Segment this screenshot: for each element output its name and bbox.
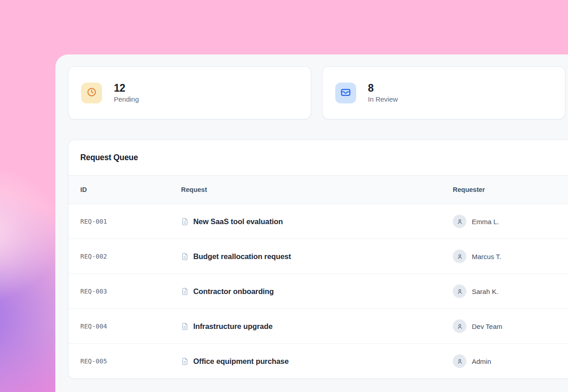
- requester-name: Marcus T.: [472, 253, 501, 260]
- table-row[interactable]: REQ-002 Budget reallocation request Marc…: [69, 239, 568, 274]
- table-row[interactable]: REQ-004 Infrastructure upgrade Dev Team: [69, 309, 568, 344]
- table-body: REQ-001 New SaaS tool evaluation Emma L.: [69, 204, 568, 378]
- stat-value: 12: [114, 83, 139, 94]
- request-id: REQ-002: [80, 253, 107, 260]
- stat-card[interactable]: 8 In Review: [322, 66, 565, 119]
- request-id: REQ-001: [80, 218, 107, 225]
- requester-name: Admin: [472, 358, 491, 365]
- request-id: REQ-003: [80, 288, 107, 295]
- file-text-icon: [181, 253, 189, 260]
- requester-name: Sarah K.: [472, 288, 498, 295]
- stats-row: 12 Pending 8 In Review: [68, 66, 565, 119]
- column-header-request: Request: [181, 186, 453, 193]
- avatar: [453, 319, 466, 333]
- table-header-row: ID Request Requester: [69, 176, 568, 204]
- table-row[interactable]: REQ-003 Contractor onboarding Sarah K.: [69, 274, 568, 309]
- file-text-icon: [181, 218, 189, 225]
- stat-card[interactable]: 12 Pending: [68, 66, 311, 119]
- stat-label: In Review: [368, 95, 398, 103]
- request-queue-card: Request Queue ID Request Requester REQ-0…: [68, 140, 568, 379]
- dashboard-panel: 12 Pending 8 In Review Request Queue ID …: [55, 54, 568, 392]
- requester-name: Emma L.: [472, 218, 499, 225]
- avatar: [453, 250, 466, 263]
- clock-icon: [86, 87, 97, 99]
- avatar: [453, 354, 466, 368]
- inbox-icon: [340, 86, 352, 100]
- request-title: Infrastructure upgrade: [193, 322, 273, 331]
- stat-value: 8: [368, 83, 398, 94]
- avatar: [453, 215, 466, 228]
- request-title: New SaaS tool evaluation: [193, 217, 283, 226]
- stat-icon-chip: [335, 83, 356, 103]
- file-text-icon: [181, 288, 189, 295]
- requester-name: Dev Team: [472, 323, 502, 330]
- request-id: REQ-004: [80, 323, 107, 330]
- request-title: Contractor onboarding: [193, 287, 274, 296]
- file-text-icon: [181, 323, 189, 330]
- table-row[interactable]: REQ-005 Office equipment purchase Admin: [69, 344, 568, 378]
- stat-icon-chip: [81, 83, 102, 103]
- request-title: Office equipment purchase: [193, 357, 289, 366]
- request-title: Budget reallocation request: [193, 252, 291, 261]
- table-row[interactable]: REQ-001 New SaaS tool evaluation Emma L.: [69, 204, 568, 239]
- column-header-id: ID: [69, 186, 181, 193]
- column-header-requester: Requester: [453, 186, 568, 193]
- avatar: [453, 284, 466, 298]
- stat-label: Pending: [114, 95, 139, 103]
- request-id: REQ-005: [80, 358, 107, 365]
- file-text-icon: [181, 358, 189, 365]
- table-title: Request Queue: [69, 140, 568, 176]
